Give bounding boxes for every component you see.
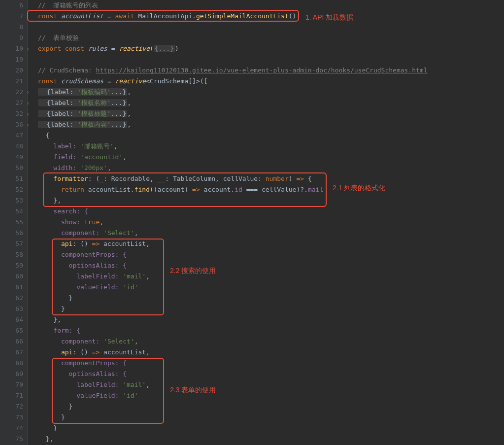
line-number: 8 <box>0 22 23 33</box>
line-number: 55 <box>0 217 23 228</box>
code-line: } <box>38 412 504 423</box>
gutter-separator <box>27 0 37 445</box>
line-number: 27 <box>0 98 23 108</box>
line-number: 63 <box>0 304 23 314</box>
line-number: 60 <box>0 271 23 282</box>
line-number: 20 <box>0 65 23 76</box>
code-line: }, <box>38 314 504 325</box>
line-number: 54 <box>0 206 23 217</box>
line-number: 32 <box>0 108 23 119</box>
line-gutter: 6789101920212227323647484950515253545556… <box>0 0 27 445</box>
line-number: 75 <box>0 434 23 445</box>
line-number: 47 <box>0 130 23 141</box>
line-number: 48 <box>0 141 23 152</box>
code-line: field: 'accountId', <box>38 152 504 163</box>
code-line: search: { <box>38 206 504 217</box>
code-line: {label: '模板编码'...}, <box>38 87 504 98</box>
code-line: componentProps: { <box>38 358 504 369</box>
code-line: const crudSchemas = reactive<CrudSchema[… <box>38 76 504 87</box>
code-line: }, <box>38 434 504 445</box>
code-line: labelField: 'mail', <box>38 379 504 390</box>
code-line: {label: '模板名称'...}, <box>38 98 504 108</box>
code-line: width: '200px', <box>38 163 504 173</box>
line-number: 57 <box>0 239 23 249</box>
line-number: 73 <box>0 412 23 423</box>
code-line: {label: '模板内容'...}, <box>38 119 504 130</box>
line-number: 21 <box>0 76 23 87</box>
code-line: }, <box>38 195 504 206</box>
code-line: form: { <box>38 325 504 336</box>
line-number: 62 <box>0 293 23 304</box>
code-editor[interactable]: 6789101920212227323647484950515253545556… <box>0 0 504 445</box>
code-line: componentProps: { <box>38 249 504 260</box>
code-line: } <box>38 293 504 304</box>
code-line: optionsAlias: { <box>38 260 504 271</box>
code-line: {label: '模板标题'...}, <box>38 108 504 119</box>
line-number: 49 <box>0 152 23 163</box>
line-number: 71 <box>0 390 23 401</box>
line-number: 64 <box>0 314 23 325</box>
code-line: component: 'Select', <box>38 228 504 239</box>
code-line: } <box>38 304 504 314</box>
line-number: 10 <box>0 43 23 54</box>
code-line: return accountList.find((account) => acc… <box>38 184 504 195</box>
code-line: // 表单校验 <box>38 33 504 43</box>
code-line <box>38 54 504 65</box>
line-number: 19 <box>0 54 23 65</box>
code-line: } <box>38 423 504 434</box>
line-number: 9 <box>0 33 23 43</box>
code-line: label: '邮箱账号', <box>38 141 504 152</box>
code-line: optionsAlias: { <box>38 369 504 379</box>
line-number: 61 <box>0 282 23 293</box>
line-number: 68 <box>0 358 23 369</box>
code-area[interactable]: // 邮箱账号的列表 const accountList = await Mai… <box>37 0 504 445</box>
line-number: 51 <box>0 173 23 184</box>
code-line: component: 'Select', <box>38 336 504 347</box>
line-number: 67 <box>0 347 23 358</box>
code-line: show: true, <box>38 217 504 228</box>
line-number: 52 <box>0 184 23 195</box>
code-line <box>38 22 504 33</box>
line-number: 74 <box>0 423 23 434</box>
line-number: 56 <box>0 228 23 239</box>
line-number: 66 <box>0 336 23 347</box>
code-line: valueField: 'id' <box>38 390 504 401</box>
code-line: { <box>38 130 504 141</box>
code-line: formatter: (_: Recordable, __: TableColu… <box>38 173 504 184</box>
line-number: 6 <box>0 0 23 11</box>
line-number: 58 <box>0 249 23 260</box>
line-number: 70 <box>0 379 23 390</box>
code-line: export const rules = reactive({...}) <box>38 43 504 54</box>
code-line: } <box>38 401 504 412</box>
code-line: // 邮箱账号的列表 <box>38 0 504 11</box>
line-number: 72 <box>0 401 23 412</box>
code-line: labelField: 'mail', <box>38 271 504 282</box>
line-number: 50 <box>0 163 23 173</box>
line-number: 59 <box>0 260 23 271</box>
line-number: 53 <box>0 195 23 206</box>
code-line: // CrudSchema: https://kailong110120130.… <box>38 65 504 76</box>
line-number: 7 <box>0 11 23 22</box>
code-line: const accountList = await MailAccountApi… <box>38 11 504 22</box>
code-line: api: () => accountList, <box>38 347 504 358</box>
line-number: 65 <box>0 325 23 336</box>
line-number: 36 <box>0 119 23 130</box>
code-line: api: () => accountList, <box>38 239 504 249</box>
line-number: 69 <box>0 369 23 379</box>
line-number: 22 <box>0 87 23 98</box>
code-line: valueField: 'id' <box>38 282 504 293</box>
